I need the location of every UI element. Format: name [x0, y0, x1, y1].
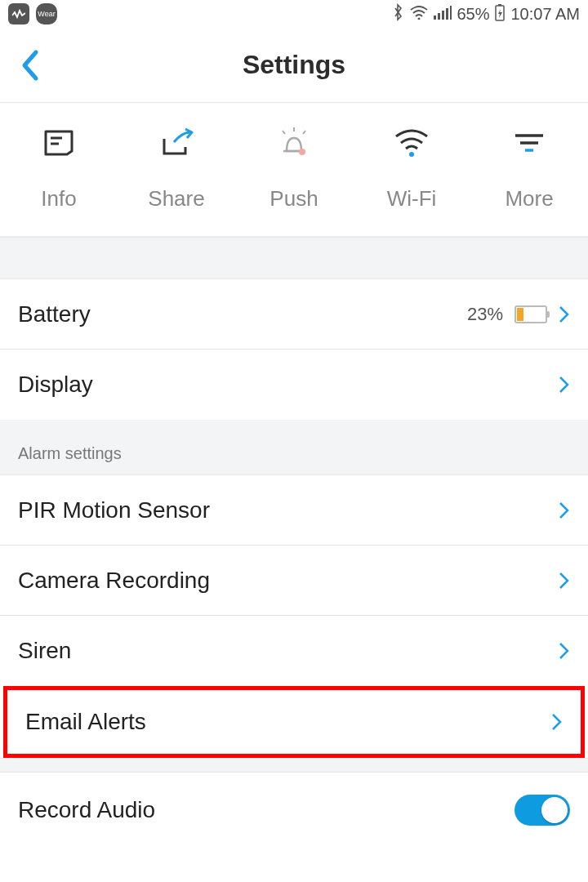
wifi-settings-icon	[393, 126, 430, 160]
toolbar-push-label: Push	[270, 186, 318, 212]
row-record-audio[interactable]: Record Audio	[0, 773, 588, 848]
row-siren[interactable]: Siren	[0, 616, 588, 686]
chevron-right-icon	[559, 375, 570, 394]
section-alarm: PIR Motion Sensor Camera Recording Siren	[0, 475, 588, 686]
svg-rect-2	[438, 13, 440, 20]
status-battery-percent: 65%	[457, 5, 489, 24]
row-camera-recording[interactable]: Camera Recording	[0, 546, 588, 616]
row-display[interactable]: Display	[0, 350, 588, 420]
toolbar-share-label: Share	[148, 186, 204, 212]
status-time: 10:07 AM	[510, 5, 580, 24]
row-pir-label: PIR Motion Sensor	[18, 497, 210, 523]
svg-rect-3	[442, 11, 444, 20]
toolbar-wifi[interactable]: Wi-Fi	[354, 126, 469, 212]
chevron-right-icon	[559, 641, 570, 661]
row-email-label: Email Alerts	[25, 709, 146, 735]
row-pir[interactable]: PIR Motion Sensor	[0, 475, 588, 546]
share-icon	[159, 126, 194, 160]
row-battery[interactable]: Battery 23%	[0, 279, 588, 350]
back-button[interactable]	[11, 47, 47, 83]
push-icon	[275, 126, 313, 160]
svg-point-14	[299, 149, 305, 155]
chevron-right-icon	[551, 712, 563, 732]
toolbar-more-label: More	[505, 186, 553, 212]
header: Settings	[0, 28, 588, 103]
svg-rect-7	[498, 4, 501, 6]
row-battery-value: 23%	[467, 304, 503, 325]
row-record-label: Record Audio	[18, 797, 155, 823]
bluetooth-icon	[393, 3, 404, 25]
toolbar-push[interactable]: Push	[237, 126, 351, 212]
row-camera-label: Camera Recording	[18, 568, 210, 594]
svg-line-13	[303, 131, 305, 134]
chevron-right-icon	[559, 305, 570, 324]
page-title: Settings	[243, 50, 345, 80]
status-left: Wear	[8, 3, 57, 24]
toolbar-share[interactable]: Share	[119, 126, 234, 212]
status-battery-icon	[494, 3, 506, 25]
section-audio: Record Audio	[0, 773, 588, 848]
chevron-right-icon	[559, 501, 570, 520]
info-icon	[42, 126, 75, 160]
section-gap-2	[0, 758, 588, 773]
signal-icon	[434, 5, 452, 24]
toolbar: Info Share Push Wi-Fi More	[0, 103, 588, 237]
app-icon-2: Wear	[36, 3, 57, 24]
svg-rect-5	[450, 6, 452, 20]
toolbar-info[interactable]: Info	[2, 126, 116, 212]
row-email-alerts[interactable]: Email Alerts	[7, 690, 581, 754]
record-audio-toggle[interactable]	[514, 795, 570, 826]
highlight-email-alerts: Email Alerts	[3, 686, 585, 758]
chevron-right-icon	[559, 571, 570, 590]
section-general: Battery 23% Display	[0, 279, 588, 420]
wifi-icon	[409, 5, 429, 24]
battery-level-icon	[514, 305, 547, 323]
row-siren-label: Siren	[18, 638, 71, 664]
app-icon-1	[8, 3, 29, 24]
svg-point-0	[418, 17, 421, 20]
status-right: 65% 10:07 AM	[393, 3, 580, 25]
svg-point-15	[409, 152, 414, 157]
row-display-label: Display	[18, 372, 93, 398]
svg-rect-4	[446, 8, 448, 20]
status-bar: Wear 65% 10:07 AM	[0, 0, 588, 28]
row-battery-label: Battery	[18, 301, 91, 327]
toolbar-more[interactable]: More	[472, 126, 586, 212]
section-gap	[0, 237, 588, 279]
more-icon	[512, 126, 546, 160]
toolbar-wifi-label: Wi-Fi	[387, 186, 437, 212]
section-header-alarm: Alarm settings	[0, 420, 588, 475]
svg-rect-1	[434, 16, 436, 20]
toolbar-info-label: Info	[41, 186, 76, 212]
svg-line-12	[283, 131, 285, 134]
